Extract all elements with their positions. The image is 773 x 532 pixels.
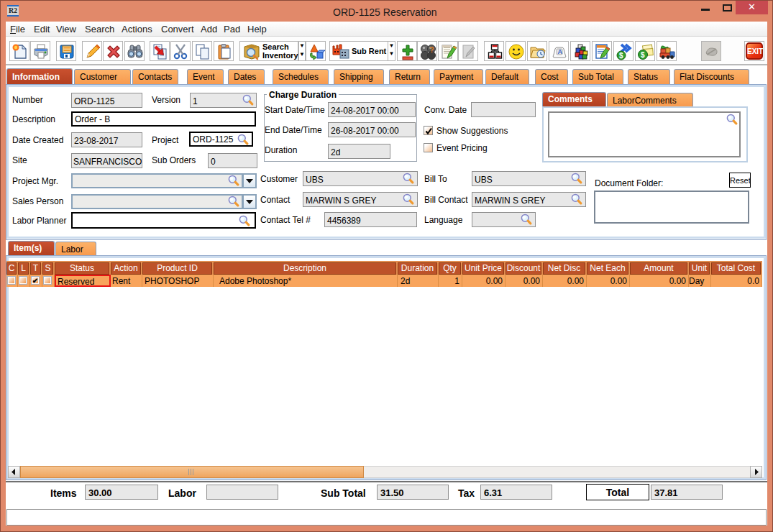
- svg-text:$: $: [619, 52, 623, 60]
- svg-text:$: $: [641, 51, 645, 59]
- svg-text:?: ?: [430, 46, 434, 54]
- svg-text:A: A: [558, 48, 563, 55]
